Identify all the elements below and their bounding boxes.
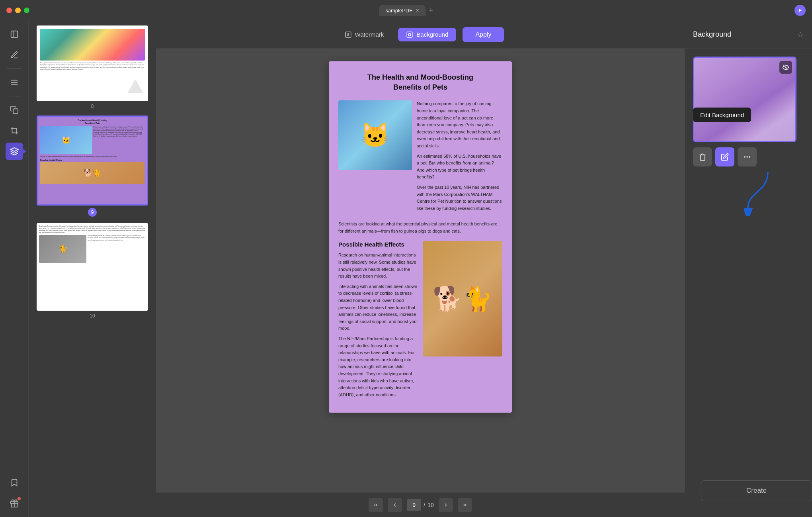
current-page-input[interactable]: [407, 499, 421, 511]
toolbar: Watermark Background Apply: [156, 21, 685, 49]
prev-page-button[interactable]: [388, 498, 402, 512]
tab-close-icon[interactable]: ✕: [416, 8, 419, 13]
thumb10-cat-image: 🐈: [39, 235, 86, 263]
thumb-content-9: The Health and Mood-BoostingBenefits of …: [38, 117, 147, 204]
action-buttons-row: [693, 147, 757, 166]
pdf-para2: An estimated 68% of U.S. households have…: [417, 153, 502, 181]
pdf-possible-title: Possible Health Effects: [338, 241, 418, 248]
avatar[interactable]: F: [794, 5, 806, 16]
tab-bar: samplePDF ✕ +: [379, 5, 433, 16]
sidebar-item-bookmark[interactable]: [6, 474, 23, 492]
arrow-pointer: [744, 168, 776, 217]
thumb-frame-8[interactable]: This experiment can be repeated over and…: [37, 25, 148, 101]
right-panel: Background ☆ Edit Background: [685, 21, 812, 517]
prev-page-icon: [392, 502, 398, 508]
right-panel-title: Background: [693, 30, 731, 39]
titlebar: samplePDF ✕ + F: [0, 0, 812, 21]
more-icon: [743, 153, 751, 161]
background-card[interactable]: [693, 57, 796, 142]
thumb9-cat-image: 🐱: [40, 126, 92, 154]
thumb10-animal-text: Animals Helping People As a holiday, Tue…: [88, 235, 146, 241]
pdf-cat-image: 🐱: [338, 100, 412, 170]
svg-rect-10: [407, 32, 413, 37]
new-tab-button[interactable]: +: [429, 6, 433, 15]
sidebar-item-crop[interactable]: [6, 122, 23, 139]
edit-icon: [721, 153, 729, 161]
right-panel-content: Edit Background: [685, 49, 812, 480]
sidebar-bottom: [6, 474, 23, 512]
more-options-button[interactable]: [738, 147, 757, 166]
background-icon: [406, 31, 413, 38]
first-page-icon: [373, 502, 379, 508]
thumb8-image: [40, 29, 145, 61]
thumbnail-page-8[interactable]: This experiment can be repeated over and…: [33, 25, 151, 109]
sidebar-item-book[interactable]: [6, 25, 23, 43]
minimize-button[interactable]: [15, 8, 21, 13]
tab-samplepdf[interactable]: samplePDF ✕: [379, 5, 426, 16]
delete-background-button[interactable]: [693, 147, 712, 166]
sidebar-item-copy[interactable]: [6, 101, 23, 119]
thumb-frame-10[interactable]: As a holiday, Tuesday rested on the rang…: [37, 223, 148, 311]
maximize-button[interactable]: [24, 8, 29, 13]
svg-rect-0: [11, 31, 18, 38]
star-icon[interactable]: ☆: [797, 30, 804, 39]
pdf-body1: Research on human-animal interactions is…: [338, 252, 418, 280]
watermark-label: Watermark: [355, 31, 384, 38]
sidebar: [0, 21, 29, 517]
thumb9-possible: Possible Health Effects: [40, 159, 144, 161]
watermark-icon: [345, 31, 352, 38]
thumbnail-panel: This experiment can be repeated over and…: [29, 21, 156, 517]
thumb10-animal-section: 🐈 Animals Helping People As a holiday, T…: [39, 235, 146, 263]
watermark-button[interactable]: Watermark: [337, 28, 392, 41]
page-number-8: 8: [91, 104, 94, 109]
pdf-text-column: Nothing compares to the joy of coming ho…: [417, 100, 502, 215]
sidebar-item-gift[interactable]: [6, 495, 23, 512]
close-button[interactable]: [6, 8, 12, 13]
thumbnail-page-10[interactable]: As a holiday, Tuesday rested on the rang…: [33, 223, 151, 319]
pdf-section-top: 🐱 Nothing compares to the joy of coming …: [338, 100, 502, 215]
hide-background-icon[interactable]: [779, 61, 792, 74]
thumbnail-page-9[interactable]: The Health and Mood-BoostingBenefits of …: [33, 116, 151, 217]
sidebar-item-layers[interactable]: [6, 143, 23, 160]
thumb9-bottom: Scientists are looking at what the poten…: [40, 156, 144, 158]
svg-rect-5: [13, 109, 18, 114]
tab-title: samplePDF: [385, 8, 412, 14]
content-area: Watermark Background Apply The Health an…: [156, 21, 685, 517]
sidebar-item-pen[interactable]: [6, 46, 23, 64]
svg-point-14: [746, 156, 748, 157]
pdf-para1: Nothing compares to the joy of coming ho…: [417, 100, 502, 149]
apply-button[interactable]: Apply: [463, 27, 504, 42]
sidebar-item-list[interactable]: [6, 74, 23, 91]
create-button[interactable]: Create: [701, 480, 812, 501]
background-button[interactable]: Background: [398, 28, 456, 41]
next-page-button[interactable]: [439, 498, 453, 512]
thumb8-triangle: [127, 79, 143, 93]
pdf-page: The Health and Mood-BoostingBenefits of …: [329, 61, 512, 413]
pdf-body2: Interacting with animals has been shown …: [338, 283, 418, 332]
thumb-frame-9[interactable]: The Health and Mood-BoostingBenefits of …: [37, 116, 148, 206]
pdf-text-left: Possible Health Effects Research on huma…: [338, 241, 418, 401]
pdf-para3: Over the past 10 years, NIH has partnere…: [417, 184, 502, 212]
page-number-9: 9: [88, 208, 97, 217]
thumb8-text: This experiment can be repeated over and…: [40, 62, 145, 70]
pdf-dogs-image: 🐕🐈: [423, 241, 502, 356]
last-page-button[interactable]: [458, 498, 472, 512]
notification-badge: [18, 497, 21, 500]
traffic-lights: [6, 8, 29, 13]
edit-background-button[interactable]: [715, 147, 734, 166]
svg-marker-6: [10, 148, 18, 151]
pdf-viewer: The Health and Mood-BoostingBenefits of …: [156, 49, 685, 492]
svg-point-11: [408, 33, 411, 36]
next-page-icon: [443, 502, 449, 508]
main-container: This experiment can be repeated over and…: [0, 21, 812, 517]
edit-background-label: Edit Background: [700, 112, 744, 118]
divider-2: [7, 96, 21, 96]
page-indicator: / 10: [407, 499, 433, 511]
page-number-10: 10: [90, 313, 95, 319]
first-page-button[interactable]: [369, 498, 383, 512]
thumb10-text: As a holiday, Tuesday rested on the rang…: [39, 225, 146, 234]
divider-1: [7, 69, 21, 69]
svg-point-15: [749, 156, 750, 157]
pdf-body3: The NIH/Mars Partnership is funding a ra…: [338, 335, 418, 398]
page-nav: / 10: [156, 492, 685, 517]
